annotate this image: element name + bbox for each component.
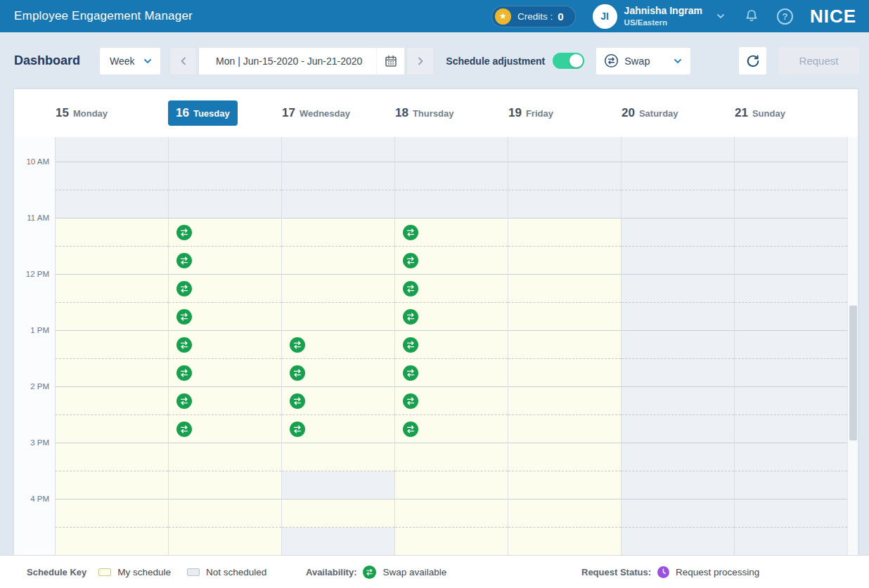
request-button[interactable]: Request xyxy=(778,47,859,74)
not-scheduled-cell xyxy=(508,190,621,218)
time-label: 3 PM xyxy=(30,438,49,447)
not-scheduled-cell xyxy=(282,190,394,218)
scrollbar-thumb[interactable] xyxy=(849,306,857,440)
day-name: Wednesday xyxy=(300,108,350,119)
day-number: 20 xyxy=(622,106,635,120)
help-icon[interactable]: ? xyxy=(777,8,793,25)
schedule-adjustment-label: Schedule adjustment xyxy=(446,55,545,67)
swap-available-icon[interactable] xyxy=(403,393,418,409)
schedule-cell xyxy=(508,415,621,443)
not-scheduled-cell xyxy=(169,162,281,190)
legend-bar: Schedule Key My schedule Not scheduled A… xyxy=(0,555,869,588)
swap-available-icon[interactable] xyxy=(176,253,192,268)
swap-available-icon[interactable] xyxy=(290,365,305,381)
not-scheduled-cell xyxy=(622,218,734,247)
day-name: Thursday xyxy=(413,108,454,119)
not-scheduled-cell xyxy=(622,443,734,471)
schedule-cell xyxy=(56,218,168,247)
swap-available-icon[interactable] xyxy=(176,422,192,437)
not-scheduled-cell xyxy=(622,359,734,387)
credits-label: Credits : xyxy=(517,11,553,22)
day-name: Friday xyxy=(526,108,553,119)
swap-available-icon[interactable] xyxy=(290,393,305,409)
day-header-thursday[interactable]: 18Thursday xyxy=(394,106,508,120)
not-scheduled-cell xyxy=(735,247,847,275)
adjustment-type-value: Swap xyxy=(624,55,650,67)
swap-available-icon[interactable] xyxy=(176,309,192,325)
swap-available-icon[interactable] xyxy=(176,365,192,381)
not-scheduled-cell xyxy=(622,387,734,415)
swap-available-icon[interactable] xyxy=(176,393,192,409)
legend-schedule-key: Schedule Key My schedule Not scheduled xyxy=(27,556,266,588)
request-status-label: Request Status: xyxy=(581,567,651,577)
schedule-cell xyxy=(56,471,168,499)
schedule-cell xyxy=(395,528,508,555)
day-name: Saturday xyxy=(639,108,678,119)
not-scheduled-cell xyxy=(735,387,847,415)
schedule-cell xyxy=(56,331,168,359)
time-label: 2 PM xyxy=(30,382,49,391)
schedule-cell xyxy=(56,387,168,415)
not-scheduled-cell xyxy=(622,471,734,499)
day-label: 18Thursday xyxy=(394,106,453,120)
day-header-sunday[interactable]: 21Sunday xyxy=(734,106,847,120)
swap-available-icon[interactable] xyxy=(403,365,418,381)
swap-available-icon[interactable] xyxy=(403,225,418,240)
swap-available-icon[interactable] xyxy=(403,253,418,268)
time-gutter: 10 AM11 AM12 PM1 PM2 PM3 PM4 PM xyxy=(14,137,55,555)
next-week-button[interactable] xyxy=(406,47,434,75)
not-scheduled-cell xyxy=(622,303,734,331)
swap-available-icon[interactable] xyxy=(403,422,418,437)
swap-available-icon[interactable] xyxy=(176,281,192,296)
schedule-cell xyxy=(169,471,281,499)
schedule-cell xyxy=(56,499,168,528)
swap-available-icon[interactable] xyxy=(290,422,305,437)
my-schedule-label: My schedule xyxy=(117,567,171,577)
day-header-friday[interactable]: 19Friday xyxy=(508,106,621,120)
date-range[interactable]: Mon | Jun-15-2020 - Jun-21-2020 xyxy=(198,47,405,75)
user-menu[interactable]: JI Jahnisha Ingram US/Eastern xyxy=(593,4,726,29)
swap-available-icon[interactable] xyxy=(403,309,418,325)
not-scheduled-cell xyxy=(282,137,394,162)
refresh-button[interactable] xyxy=(738,46,767,75)
schedule-cell xyxy=(395,471,508,499)
swap-available-icon[interactable] xyxy=(403,281,418,296)
date-range-label: Mon | Jun-15-2020 - Jun-21-2020 xyxy=(199,55,376,67)
schedule-cell xyxy=(508,275,621,303)
not-scheduled-cell xyxy=(622,162,734,190)
swap-available-icon xyxy=(363,566,376,579)
prev-week-button[interactable] xyxy=(169,47,197,75)
day-header-monday[interactable]: 15Monday xyxy=(55,106,168,120)
swap-available-icon[interactable] xyxy=(176,225,192,240)
swap-available-icon[interactable] xyxy=(290,337,305,353)
notifications-bell-icon[interactable] xyxy=(743,8,760,25)
page-title: Dashboard xyxy=(14,53,80,68)
schedule-cell xyxy=(282,218,394,247)
day-columns xyxy=(55,137,847,555)
credits-pill[interactable]: ★ Credits : 0 xyxy=(491,6,576,27)
legend-request-status: Request Status: Request processing xyxy=(581,556,759,588)
swap-available-icon[interactable] xyxy=(403,337,418,353)
schedule-cell xyxy=(395,499,508,528)
schedule-cell xyxy=(508,499,621,528)
not-scheduled-cell xyxy=(282,471,394,499)
swap-available-icon[interactable] xyxy=(176,337,192,353)
schedule-grid: 10 AM11 AM12 PM1 PM2 PM3 PM4 PM xyxy=(14,137,858,555)
schedule-adjustment-toggle[interactable] xyxy=(553,53,584,69)
schedule-key-label: Schedule Key xyxy=(27,567,86,577)
day-header-wednesday[interactable]: 17Wednesday xyxy=(281,106,394,120)
vertical-scrollbar[interactable] xyxy=(847,137,858,555)
schedule-calendar: 15Monday16Tuesday17Wednesday18Thursday19… xyxy=(14,89,858,555)
view-select[interactable]: Week xyxy=(99,47,161,75)
adjustment-type-select[interactable]: Swap xyxy=(596,47,691,75)
schedule-cell xyxy=(395,443,508,471)
not-scheduled-cell xyxy=(735,218,847,247)
calendar-icon[interactable] xyxy=(376,47,404,75)
not-scheduled-cell xyxy=(282,528,394,555)
not-scheduled-cell xyxy=(735,162,847,190)
schedule-cell xyxy=(282,275,394,303)
day-header-tuesday[interactable]: 16Tuesday xyxy=(168,100,281,126)
schedule-cell xyxy=(282,499,394,528)
day-header-saturday[interactable]: 20Saturday xyxy=(621,106,734,120)
day-column-friday xyxy=(508,137,621,555)
